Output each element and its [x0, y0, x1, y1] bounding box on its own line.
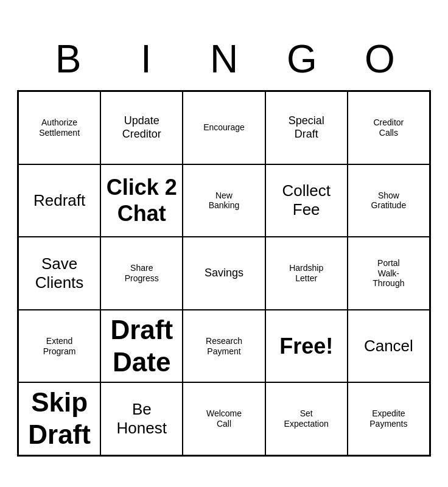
- cell-text: NewBanking: [209, 191, 240, 211]
- bingo-cell: ExtendProgram: [18, 310, 100, 383]
- bingo-cell: Redraft: [18, 164, 100, 237]
- bingo-cell: ShowGratitude: [348, 164, 430, 237]
- cell-text: Click 2Chat: [107, 174, 177, 226]
- bingo-cell: DraftDate: [100, 310, 183, 383]
- bingo-title: BINGO: [17, 30, 431, 88]
- title-letter: B: [35, 37, 102, 82]
- bingo-cell: CollectFee: [265, 164, 348, 237]
- cell-text: ResearchPayment: [206, 336, 242, 357]
- bingo-cell: Savings: [183, 237, 265, 310]
- cell-text: UpdateCreditor: [122, 114, 161, 141]
- bingo-grid: AuthorizeSettlementUpdateCreditorEncoura…: [17, 90, 431, 457]
- cell-text: Redraft: [33, 191, 85, 210]
- cell-text: ShareProgress: [125, 263, 159, 284]
- cell-text: ShowGratitude: [371, 191, 407, 211]
- bingo-cell: ShareProgress: [100, 237, 183, 310]
- cell-text: AuthorizeSettlement: [39, 117, 80, 138]
- cell-text: HardshipLetter: [289, 263, 323, 284]
- bingo-cell: Free!: [265, 310, 348, 383]
- bingo-cell: AuthorizeSettlement: [18, 91, 100, 164]
- cell-text: ExpeditePayments: [369, 408, 407, 429]
- title-letter: O: [346, 37, 413, 82]
- bingo-cell: Cancel: [348, 310, 430, 383]
- cell-text: SpecialDraft: [289, 114, 324, 141]
- title-letter: I: [113, 37, 180, 82]
- bingo-cell: ResearchPayment: [183, 310, 265, 383]
- cell-text: SaveClients: [35, 254, 83, 292]
- bingo-cell: UpdateCreditor: [100, 91, 183, 164]
- bingo-cell: SkipDraft: [18, 382, 100, 455]
- cell-text: DraftDate: [110, 314, 173, 379]
- cell-text: Savings: [205, 267, 243, 280]
- title-letter: N: [191, 37, 257, 82]
- bingo-cell: PortalWalk-Through: [348, 237, 430, 310]
- cell-text: PortalWalk-Through: [373, 258, 404, 289]
- cell-text: Cancel: [364, 337, 413, 356]
- bingo-cell: SpecialDraft: [265, 91, 348, 164]
- cell-text: WelcomeCall: [206, 408, 242, 429]
- bingo-cell: SaveClients: [18, 237, 100, 310]
- bingo-cell: ExpeditePayments: [348, 382, 430, 455]
- bingo-cell: SetExpectation: [265, 382, 348, 455]
- bingo-cell: Click 2Chat: [100, 164, 183, 237]
- cell-text: CollectFee: [282, 181, 330, 219]
- bingo-cell: NewBanking: [183, 164, 265, 237]
- cell-text: Free!: [279, 333, 333, 359]
- cell-text: BeHonest: [117, 400, 167, 438]
- bingo-cell: CreditorCalls: [348, 91, 430, 164]
- bingo-cell: HardshipLetter: [265, 237, 348, 310]
- cell-text: SkipDraft: [28, 387, 91, 451]
- bingo-cell: BeHonest: [100, 382, 183, 455]
- cell-text: CreditorCalls: [373, 117, 404, 138]
- cell-text: SetExpectation: [284, 408, 329, 429]
- bingo-cell: Encourage: [183, 91, 265, 164]
- cell-text: ExtendProgram: [43, 336, 76, 357]
- bingo-card: BINGO AuthorizeSettlementUpdateCreditorE…: [11, 24, 437, 463]
- cell-text: Encourage: [203, 122, 245, 133]
- bingo-cell: WelcomeCall: [183, 382, 265, 455]
- title-letter: G: [268, 37, 335, 82]
